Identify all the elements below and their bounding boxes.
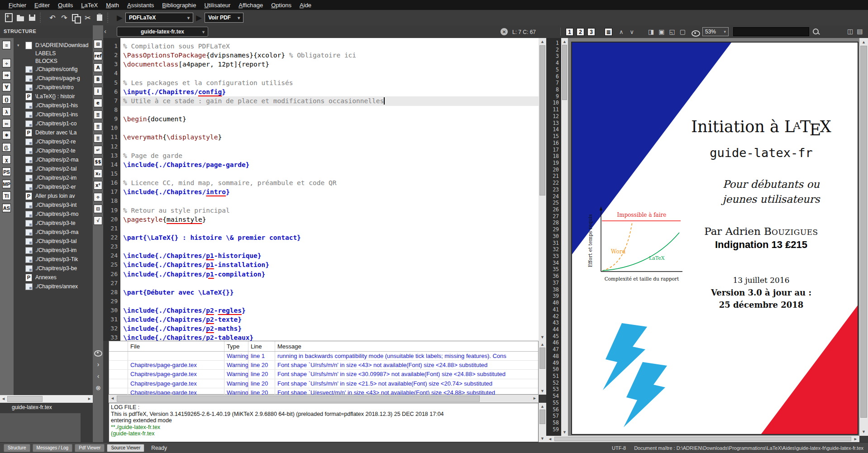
tree-item[interactable]: ./Chapitres/p3-int <box>14 200 93 210</box>
subscript-icon[interactable]: x₂ <box>94 169 102 178</box>
search-icon[interactable] <box>813 29 819 34</box>
tree-item[interactable]: ./Chapitres/p2-er <box>14 182 93 191</box>
undo-icon[interactable]: ↶ <box>47 12 58 23</box>
description-icon[interactable]: ≣ <box>94 134 102 143</box>
status-button-messages-log[interactable]: Messages / Log <box>33 444 73 452</box>
run-view-button[interactable]: ▶ <box>196 13 202 23</box>
label-icon[interactable]: ⊞ <box>94 40 102 48</box>
metapost-icon[interactable]: MP <box>2 180 11 188</box>
math-mode-icon[interactable]: $$ <box>94 157 102 166</box>
tree-item[interactable]: ./Chapitres/p3-Tik <box>14 255 93 264</box>
tree-item[interactable]: ./Chapitres/annex <box>14 282 93 291</box>
previous-page-icon[interactable]: ∧ <box>619 29 624 35</box>
compile-mode-select[interactable]: PDFLaTeX▾ <box>125 13 193 23</box>
tab-guide-latex-fr[interactable]: guide-latex-fr.tex▾ <box>117 27 208 37</box>
tree-item[interactable]: ./Chapitres/p3-be <box>14 264 93 273</box>
pdf-hscrollbar[interactable]: ◄► <box>546 436 859 442</box>
tree-item[interactable]: ./Chapitres/p3-ma <box>14 228 93 237</box>
enumerate-icon[interactable]: ≣ <box>94 122 102 131</box>
status-button-pdf-viewer[interactable]: Pdf Viewer <box>75 444 105 452</box>
fit-width-icon[interactable]: ◨ <box>648 28 654 35</box>
pdf-line-sync-strip[interactable]: 1234567891011121314151617181920212223242… <box>546 38 561 436</box>
structure-hscrollbar[interactable]: ◄► <box>0 395 93 403</box>
tree-item[interactable]: PAnnexes <box>14 273 93 282</box>
greek-icon[interactable]: λ <box>2 107 11 116</box>
continuous-mode-icon[interactable]: ≣ <box>605 28 612 36</box>
tree-item[interactable]: PDébuter avec \La <box>14 128 93 137</box>
open-file-icon[interactable] <box>14 12 26 23</box>
arrows-icon[interactable]: ⇒ <box>2 71 11 80</box>
next-message-icon[interactable]: › <box>94 360 102 368</box>
tikz-icon[interactable]: TI <box>2 191 11 200</box>
messages-vscrollbar[interactable]: ▲ ▼ <box>539 341 546 395</box>
quantifiers-icon[interactable]: ∀ <box>2 83 11 91</box>
tree-item[interactable]: ▾D:\ADRIEN\Download <box>14 41 93 50</box>
menu-item-utilisateur[interactable]: Utilisateur <box>200 2 234 9</box>
expander-icon[interactable]: ▾ <box>17 43 19 48</box>
braces-icon[interactable]: {} <box>2 95 11 104</box>
fit-page-icon[interactable]: ▣ <box>658 28 664 35</box>
stop-process-icon[interactable]: ⊗ <box>94 384 102 392</box>
stop-process-icon[interactable]: ✕ <box>501 28 508 35</box>
itemize-icon[interactable]: ≣ <box>94 110 102 119</box>
log-vscrollbar[interactable]: ▲ ▼ <box>539 403 546 442</box>
menu-item-bibliographie[interactable]: Bibliographie <box>158 2 200 9</box>
cut-icon[interactable]: ✂ <box>82 12 94 23</box>
message-row[interactable]: Chapitres/page-garde.texWarningline 20Fo… <box>109 370 538 379</box>
grid-window-icon[interactable]: ▤ <box>857 28 863 35</box>
pdf-zoom-select[interactable]: 53%▾ <box>702 27 729 36</box>
tree-item[interactable]: ./Chapitres/p3-mo <box>14 210 93 219</box>
pdf-search-input[interactable] <box>733 27 809 36</box>
next-page-icon[interactable]: ∨ <box>630 29 634 35</box>
code-editor[interactable]: 1% Compilation sous PDFLaTeX2\PassOption… <box>103 38 539 341</box>
tree-item[interactable]: ./Chapitres/p2-re <box>14 137 93 146</box>
menu-item-latex[interactable]: LaTeX <box>77 2 102 9</box>
divide-icon[interactable]: ÷ <box>94 193 102 201</box>
new-file-icon[interactable] <box>3 12 14 23</box>
tree-item[interactable]: ./Chapitres/p2-tal <box>14 164 93 173</box>
message-row[interactable]: Warningline 1running in backwards compat… <box>109 352 538 361</box>
tree-item[interactable]: ./Chapitres/p3-te <box>14 219 93 228</box>
message-row[interactable]: Chapitres/page-garde.texWarningline 20Fo… <box>109 379 538 388</box>
tree-item[interactable]: ./Chapitres/p1-ins <box>14 110 93 119</box>
tree-item[interactable]: ./Chapitres/p1-his <box>14 101 93 110</box>
special-chars-icon[interactable]: χ <box>2 155 11 164</box>
menu-item-fichier[interactable]: Fichier <box>5 2 30 9</box>
delimiters-icon[interactable]: (]. <box>2 143 11 152</box>
marquee-zoom-icon[interactable]: ◱ <box>669 28 675 35</box>
italic-icon[interactable]: i <box>94 87 102 95</box>
bold-icon[interactable]: B <box>94 75 102 84</box>
tree-item[interactable]: BLOCKS <box>14 57 93 65</box>
toggle-log-eye-icon[interactable] <box>94 348 102 357</box>
tree-item[interactable]: P\LaTeX{} : histoir <box>14 92 93 101</box>
save-icon[interactable] <box>26 12 38 23</box>
pdf-page[interactable]: Initiation à LATEX guide-latex-fr Pour d… <box>571 42 858 435</box>
tree-item[interactable]: ./Chapitres/p3-tal <box>14 237 93 246</box>
menu-item-editer[interactable]: Editer <box>30 2 54 9</box>
editor-vscrollbar[interactable]: ▲ ▼ <box>539 38 546 341</box>
tree-item[interactable]: PAller plus loin av <box>14 191 93 200</box>
menu-item-outils[interactable]: Outils <box>54 2 77 9</box>
status-button-structure[interactable]: Structure <box>4 444 30 452</box>
newline-icon[interactable]: ↵ <box>94 146 102 154</box>
math-operators-icon[interactable]: ÷ <box>2 59 11 67</box>
pstricks-icon[interactable]: PS <box>2 167 11 176</box>
message-row[interactable]: Chapitres/page-garde.texWarningline 20Fo… <box>109 361 538 370</box>
ref-icon[interactable]: ref <box>94 52 102 60</box>
paste-icon[interactable] <box>94 12 105 23</box>
presentation-icon[interactable]: ▢ <box>680 28 686 35</box>
menu-item-math[interactable]: Math <box>102 2 123 9</box>
tree-item[interactable]: ./Chapitres/p3-im <box>14 246 93 255</box>
redo-icon[interactable]: ↷ <box>58 12 70 23</box>
page-1-button[interactable]: 1 <box>566 28 573 36</box>
structure-tab-icon[interactable]: ≡ <box>2 41 11 49</box>
emph-icon[interactable]: e <box>94 99 102 107</box>
page-2-button[interactable]: 2 <box>577 28 584 36</box>
tree-item[interactable]: ./Chapitres/intro <box>14 83 93 92</box>
status-button-source-viewer[interactable]: Source Viewer <box>107 444 144 452</box>
page-3-button[interactable]: 3 <box>587 28 595 36</box>
copy-icon[interactable] <box>70 12 82 23</box>
messages-hscrollbar[interactable]: ◄► <box>109 395 539 403</box>
menu-item-aide[interactable]: Aide <box>296 2 315 9</box>
follow-cursor-eye-icon[interactable] <box>692 30 700 37</box>
